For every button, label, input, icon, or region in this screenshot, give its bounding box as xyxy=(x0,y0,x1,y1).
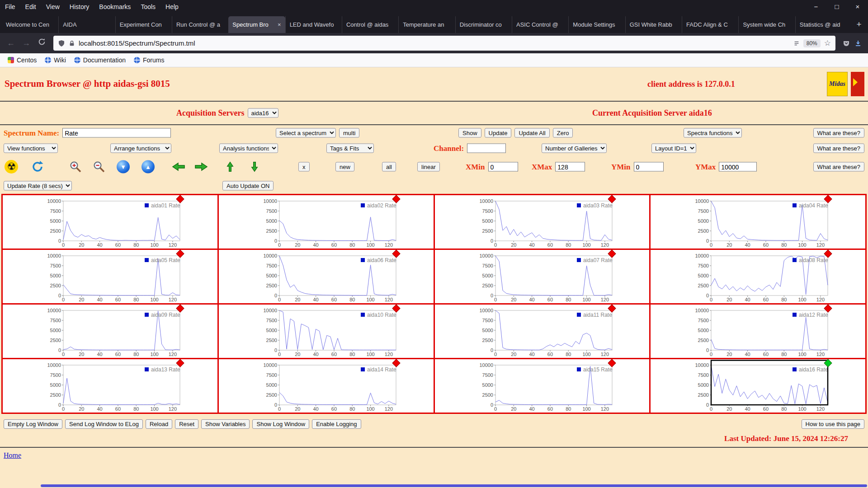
spectrum-cell-aida01[interactable]: 025005000750010000020406080100120aida01 … xyxy=(3,195,217,249)
menu-edit[interactable]: Edit xyxy=(20,3,41,10)
tab-gsi-white-rabb[interactable]: GSI White Rabb xyxy=(625,16,682,33)
tab-aida[interactable]: AIDA xyxy=(58,16,115,33)
tags-fits-dropdown[interactable]: Tags & Fits xyxy=(326,144,374,153)
tab-welcome-to-cen[interactable]: Welcome to Cen xyxy=(2,16,58,33)
spectrum-cell-aida05[interactable]: 025005000750010000020406080100120aida05 … xyxy=(3,250,217,303)
menu-help[interactable]: Help xyxy=(160,3,184,10)
minimize-button[interactable]: − xyxy=(806,0,826,14)
number-of-galleries-dropdown[interactable]: Number of Galleries xyxy=(542,144,607,153)
view-functions-dropdown[interactable]: View functions xyxy=(4,144,58,153)
home-link[interactable]: Home xyxy=(4,451,21,459)
what-are-these-button-1[interactable]: What are these? xyxy=(813,128,864,138)
spectrum-cell-aida07[interactable]: 025005000750010000020406080100120aida07 … xyxy=(435,250,650,303)
tab-run-control-a[interactable]: Run Control @ a xyxy=(172,16,228,33)
xmin-input[interactable] xyxy=(488,162,518,172)
arrange-functions-dropdown[interactable]: Arrange functions xyxy=(110,144,171,153)
bookmark-documentation[interactable]: Documentation xyxy=(70,56,130,64)
radiation-icon[interactable]: ☢ xyxy=(5,160,18,174)
select-spectrum-dropdown[interactable]: Select a spectrum xyxy=(276,128,336,138)
menu-bookmarks[interactable]: Bookmarks xyxy=(94,3,136,10)
arrow-up-icon[interactable] xyxy=(222,159,238,174)
spectrum-cell-aida08[interactable]: 025005000750010000020406080100120aida08 … xyxy=(651,250,865,303)
spectrum-cell-aida11[interactable]: 025005000750010000020406080100120aida11 … xyxy=(435,305,650,358)
ymin-input[interactable] xyxy=(634,162,664,172)
reload-button[interactable] xyxy=(34,36,49,51)
analysis-functions-dropdown[interactable]: Analysis functions xyxy=(219,144,278,153)
tab-control-aidas[interactable]: Control @ aidas xyxy=(342,16,398,33)
close-button[interactable]: × xyxy=(847,0,868,14)
new-tab-button[interactable]: + xyxy=(852,16,866,33)
channel-input[interactable] xyxy=(467,144,506,153)
empty-log-window-button[interactable]: Empty Log Window xyxy=(4,419,62,429)
tab-statistics-aid[interactable]: Statistics @ aid xyxy=(795,16,852,33)
reload-button[interactable]: Reload xyxy=(146,419,172,429)
spectrum-name-input[interactable] xyxy=(62,128,171,138)
enable-logging-button[interactable]: Enable Logging xyxy=(312,419,361,429)
tracking-shield-icon[interactable] xyxy=(58,40,65,47)
linear-button[interactable]: linear xyxy=(417,162,440,172)
new-button[interactable]: new xyxy=(335,162,354,172)
acquisition-server-select[interactable]: aida16 xyxy=(248,108,278,118)
tab-system-wide-ch[interactable]: System wide Ch xyxy=(738,16,795,33)
back-button[interactable]: ← xyxy=(4,36,18,51)
tab-module-settings[interactable]: Module Settings xyxy=(568,16,625,33)
layout-id-dropdown[interactable]: Layout ID=1 xyxy=(651,144,696,153)
zoom-level-badge[interactable]: 80% xyxy=(803,39,821,47)
url-text[interactable]: localhost:8015/Spectrum/Spectrum.tml xyxy=(79,39,790,47)
show-button[interactable]: Show xyxy=(458,128,481,138)
tab-led-and-wavefo[interactable]: LED and Wavefo xyxy=(285,16,342,33)
arrow-down-icon[interactable] xyxy=(247,159,262,174)
tab-experiment-con[interactable]: Experiment Con xyxy=(115,16,172,33)
menu-tools[interactable]: Tools xyxy=(136,3,160,10)
show-log-window-button[interactable]: Show Log Window xyxy=(252,419,309,429)
show-variables-button[interactable]: Show Variables xyxy=(201,419,250,429)
send-log-window-to-elog-button[interactable]: Send Log Window to ELog xyxy=(65,419,143,429)
spectrum-cell-aida13[interactable]: 025005000750010000020406080100120aida13 … xyxy=(3,359,217,413)
tab-temperature-an[interactable]: Temperature an xyxy=(398,16,455,33)
zero-button[interactable]: Zero xyxy=(553,128,573,138)
what-are-these-button-2[interactable]: What are these? xyxy=(813,144,864,153)
refresh-icon[interactable] xyxy=(30,159,45,174)
spectrum-cell-aida15[interactable]: 025005000750010000020406080100120aida15 … xyxy=(435,359,650,413)
spectrum-cell-aida06[interactable]: 025005000750010000020406080100120aida06 … xyxy=(219,250,434,303)
update-button[interactable]: Update xyxy=(485,128,512,138)
bookmark-forums[interactable]: Forums xyxy=(130,56,168,64)
spectrum-cell-aida14[interactable]: 025005000750010000020406080100120aida14 … xyxy=(219,359,434,413)
horizontal-scrollbar[interactable] xyxy=(41,484,867,487)
scroll-up-sphere-icon[interactable]: ▲ xyxy=(142,160,155,174)
tab-discriminator-co[interactable]: Discriminator co xyxy=(455,16,512,33)
spectrum-cell-aida04[interactable]: 025005000750010000020406080100120aida04 … xyxy=(651,195,865,249)
bookmark-centos[interactable]: Centos xyxy=(4,56,41,64)
scroll-down-sphere-icon[interactable]: ▼ xyxy=(117,160,130,174)
url-bar[interactable]: localhost:8015/Spectrum/Spectrum.tml 80%… xyxy=(53,36,835,51)
spectrum-cell-aida10[interactable]: 025005000750010000020406080100120aida10 … xyxy=(219,305,434,358)
spectrum-cell-aida03[interactable]: 025005000750010000020406080100120aida03 … xyxy=(435,195,650,249)
downloads-icon[interactable] xyxy=(854,40,862,47)
ymax-input[interactable] xyxy=(719,162,757,172)
spectrum-cell-aida16[interactable]: 025005000750010000020406080100120aida16 … xyxy=(651,359,865,413)
bookmark-star-icon[interactable]: ☆ xyxy=(824,38,831,48)
pocket-icon[interactable] xyxy=(843,40,850,47)
tab-close-icon[interactable]: × xyxy=(278,21,281,28)
lock-icon[interactable] xyxy=(69,40,75,47)
bookmark-wiki[interactable]: Wiki xyxy=(41,56,70,64)
xmax-input[interactable] xyxy=(555,162,585,172)
how-to-use-button[interactable]: How to use this page xyxy=(802,419,864,429)
spectra-functions-dropdown[interactable]: Spectra functions xyxy=(684,128,742,138)
tab-fadc-align-c[interactable]: FADC Align & C xyxy=(682,16,738,33)
maximize-button[interactable]: □ xyxy=(826,0,847,14)
arrow-right-icon[interactable] xyxy=(193,159,209,174)
forward-button[interactable]: → xyxy=(19,36,33,51)
update-all-button[interactable]: Update All xyxy=(514,128,549,138)
spectrum-cell-aida02[interactable]: 025005000750010000020406080100120aida02 … xyxy=(219,195,434,249)
tab-spectrum-bro[interactable]: Spectrum Bro× xyxy=(228,16,285,33)
menu-history[interactable]: History xyxy=(65,3,94,10)
reset-button[interactable]: Reset xyxy=(175,419,198,429)
reader-mode-icon[interactable] xyxy=(793,40,800,47)
multi-button[interactable]: multi xyxy=(339,128,359,138)
update-rate-dropdown[interactable]: Update Rate (8 secs) xyxy=(4,181,72,191)
spectrum-cell-aida09[interactable]: 025005000750010000020406080100120aida09 … xyxy=(3,305,217,358)
menu-file[interactable]: File xyxy=(0,3,20,10)
x-button[interactable]: x xyxy=(298,162,310,172)
auto-update-button[interactable]: Auto Update ON xyxy=(222,181,274,191)
